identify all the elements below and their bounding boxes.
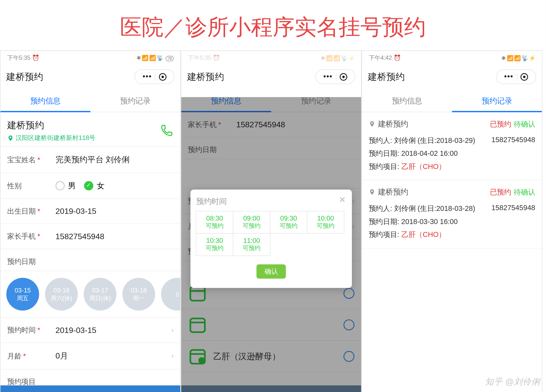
radio-circle-icon bbox=[56, 181, 65, 190]
modal-title: 预约时间 bbox=[196, 196, 346, 206]
more-icon[interactable]: ••• bbox=[139, 72, 155, 81]
clinic-header: 建桥预约 汉阳区建桥街建桥新村118号 bbox=[0, 112, 180, 147]
screen-time-picker-modal: 下午5:35 ⏰ ✱ 📶 📶 📡 ⚡ 建桥预约 ••• 预约信息 预约记录 家长… bbox=[181, 50, 361, 392]
time-slot[interactable]: 10:30可预约 bbox=[196, 233, 233, 256]
location-pin-icon bbox=[7, 135, 14, 141]
radio-circle-checked-icon bbox=[84, 181, 93, 190]
miniprogram-header: 建桥预约 ••• bbox=[362, 65, 542, 90]
record-card[interactable]: 建桥预约 已预约待确认 预约人: 刘伶俐 (生日:2018-03-29)1582… bbox=[362, 112, 542, 180]
tab-records[interactable]: 预约记录 bbox=[452, 90, 542, 112]
row-baby-name[interactable]: 宝宝姓名* 完美预约平台 刘伶俐 bbox=[0, 147, 180, 173]
time-picker-modal: 预约时间 ✕ 08:30可预约 09:00可预约 09:30可预约 10:00可… bbox=[190, 190, 352, 288]
clinic-address: 汉阳区建桥街建桥新村118号 bbox=[16, 134, 96, 142]
screen-records: 下午4:42 ⏰ ✱ 📶 📶 📡 ⚡ 建桥预约 ••• 预约信息 预约记录 建桥… bbox=[362, 50, 542, 392]
capsule-divider bbox=[517, 73, 517, 80]
location-pin-icon bbox=[369, 189, 375, 196]
value-birth: 2019-03-15 bbox=[56, 207, 174, 216]
more-icon[interactable]: ••• bbox=[320, 72, 336, 81]
value-book-time: 2019-03-15 bbox=[56, 326, 171, 335]
time-slot[interactable]: 09:00可预约 bbox=[233, 211, 270, 233]
date-chip[interactable]: 03-17周日(休) bbox=[84, 278, 116, 311]
row-parent-phone[interactable]: 家长手机* 15827545948 bbox=[0, 224, 180, 249]
row-gender: 性别 男 女 bbox=[0, 173, 180, 199]
record-clinic: 建桥预约 bbox=[378, 187, 408, 197]
mp-capsule[interactable]: ••• bbox=[315, 69, 355, 84]
miniprogram-header: 建桥预约 ••• bbox=[0, 65, 180, 90]
status-time: 下午4:42 ⏰ bbox=[369, 54, 401, 62]
battery-icon: 78 bbox=[166, 56, 173, 61]
mp-title: 建桥预约 bbox=[6, 70, 43, 83]
row-birth-date[interactable]: 出生日期* 2019-03-15 bbox=[0, 199, 180, 224]
phone-icon[interactable] bbox=[159, 123, 174, 138]
tab-info[interactable]: 预约信息 bbox=[362, 90, 452, 112]
status-icons: ✱ 📶 📶 📡 ⚡ bbox=[501, 55, 535, 61]
location-pin-icon bbox=[369, 121, 375, 127]
close-target-icon[interactable] bbox=[159, 73, 166, 80]
close-target-icon[interactable] bbox=[520, 73, 528, 80]
value-phone: 15827545948 bbox=[56, 232, 174, 241]
time-slot[interactable]: 08:30可预约 bbox=[196, 211, 233, 233]
record-phone: 15827545948 bbox=[491, 204, 535, 214]
chevron-right-icon: › bbox=[171, 352, 174, 360]
mp-capsule[interactable]: ••• bbox=[135, 69, 174, 84]
more-icon[interactable]: ••• bbox=[501, 72, 517, 81]
label-gender: 性别 bbox=[7, 181, 56, 191]
label-baby-name: 宝宝姓名* bbox=[7, 155, 56, 164]
capsule-divider bbox=[155, 73, 156, 80]
label-birth: 出生日期* bbox=[7, 206, 56, 216]
record-card[interactable]: 建桥预约 已预约待确认 预约人: 刘伶俐 (生日:2018-03-28)1582… bbox=[362, 180, 542, 248]
date-chip[interactable]: 03-15周五 bbox=[6, 278, 39, 311]
date-chip-row[interactable]: 03-15周五 03-16周六(休) 03-17周日(休) 03-18周一 0 bbox=[0, 271, 180, 318]
radio-male[interactable]: 男 bbox=[56, 181, 76, 191]
confirm-button[interactable]: 确认 bbox=[256, 264, 286, 279]
status-time: 下午5:35 ⏰ bbox=[188, 54, 220, 62]
close-icon[interactable]: ✕ bbox=[339, 195, 346, 205]
mp-title: 建桥预约 bbox=[368, 70, 405, 83]
time-slot[interactable]: 11:00可预约 bbox=[233, 233, 270, 256]
label-phone: 家长手机* bbox=[7, 231, 56, 241]
record-status: 已预约待确认 bbox=[490, 187, 535, 197]
status-time: 下午5:35 ⏰ bbox=[7, 54, 39, 62]
miniprogram-header: 建桥预约 ••• bbox=[181, 65, 361, 90]
status-icons: ✱ 📶 📶 📡 ⚡ bbox=[321, 55, 354, 61]
value-month-age: 0月 bbox=[56, 351, 171, 361]
label-book-date: 预约日期 bbox=[0, 249, 180, 271]
mp-capsule[interactable]: ••• bbox=[496, 69, 536, 84]
chevron-right-icon: › bbox=[171, 326, 174, 334]
record-status: 已预约待确认 bbox=[490, 119, 535, 129]
record-clinic: 建桥预约 bbox=[378, 119, 408, 129]
date-chip[interactable]: 03-18周一 bbox=[122, 278, 155, 311]
screen-booking-form: 下午5:35 ⏰ ✱ 📶 📶 📡 78 建桥预约 ••• 预约信息 预约记录 建… bbox=[0, 50, 181, 392]
watermark: 知乎 @刘伶俐 bbox=[482, 376, 540, 388]
tabs: 预约信息 预约记录 bbox=[362, 90, 542, 112]
time-slot-grid: 08:30可预约 09:00可预约 09:30可预约 10:00可预约 10:3… bbox=[196, 211, 346, 256]
book-now-button[interactable]: 立即预约 bbox=[0, 385, 180, 392]
date-chip[interactable]: 0 bbox=[161, 278, 180, 311]
page-title: 医院／诊所小程序实名挂号预约 bbox=[0, 0, 546, 50]
tabs: 预约信息 预约记录 bbox=[0, 90, 180, 112]
value-baby-name: 完美预约平台 刘伶俐 bbox=[56, 154, 174, 165]
label-book-time: 预约时间* bbox=[7, 325, 56, 335]
record-phone: 15827545948 bbox=[491, 136, 535, 145]
clinic-name: 建桥预约 bbox=[7, 119, 96, 131]
capsule-divider bbox=[336, 73, 337, 80]
date-chip[interactable]: 03-16周六(休) bbox=[45, 278, 78, 311]
tab-info[interactable]: 预约信息 bbox=[0, 90, 91, 112]
close-target-icon[interactable] bbox=[340, 73, 347, 80]
status-icons: ✱ 📶 📶 📡 78 bbox=[136, 55, 174, 61]
time-slot[interactable]: 09:30可预约 bbox=[270, 211, 307, 233]
row-book-time[interactable]: 预约时间* 2019-03-15 › bbox=[0, 318, 180, 343]
time-slot[interactable]: 10:00可预约 bbox=[307, 211, 344, 233]
status-bar: 下午5:35 ⏰ ✱ 📶 📶 📡 78 bbox=[0, 51, 180, 65]
tab-records[interactable]: 预约记录 bbox=[90, 90, 180, 112]
mp-title: 建桥预约 bbox=[187, 70, 224, 83]
status-bar: 下午5:35 ⏰ ✱ 📶 📶 📡 ⚡ bbox=[181, 51, 361, 65]
status-bar: 下午4:42 ⏰ ✱ 📶 📶 📡 ⚡ bbox=[362, 51, 542, 65]
row-month-age[interactable]: 月龄* 0月 › bbox=[0, 343, 180, 369]
label-month-age: 月龄* bbox=[7, 351, 56, 361]
radio-female[interactable]: 女 bbox=[84, 181, 104, 191]
